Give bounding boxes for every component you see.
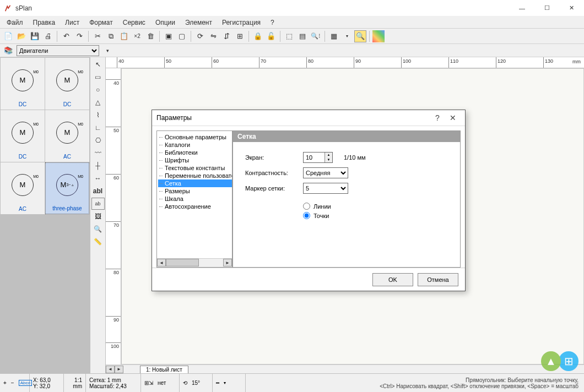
line-dropdown-icon[interactable]: ▾ [224,380,226,385]
menu-edit[interactable]: Правка [29,18,60,28]
rotate-icon[interactable]: ⟳ [194,30,206,42]
ruler-unit: mm [572,59,581,64]
flip-h-icon[interactable]: ⇋ [207,30,219,42]
bezier-tool-icon[interactable]: 〰 [91,147,105,159]
polygon-tool-icon[interactable]: △ [91,96,105,108]
select-rect-icon[interactable]: ⬚ [283,30,295,42]
grid-dropdown-icon[interactable]: ▾ [341,30,353,42]
magnify-icon[interactable]: 🔍 [354,30,366,42]
flip-v-icon[interactable]: ⇵ [220,30,232,42]
component-three-phase[interactable]: M3~ ▵M0 three-phase [45,162,89,214]
dialog-help-icon[interactable]: ? [430,113,445,122]
polyline-tool-icon[interactable]: ⎔ [91,134,105,146]
component-dc-1[interactable]: MM0 DC [1,58,45,110]
cancel-button[interactable]: Отмена [418,273,458,286]
tree-scroll-thumb[interactable] [166,259,199,266]
menu-file[interactable]: Файл [2,18,28,28]
library-icon[interactable]: 📚 [2,45,14,57]
tree-item-scale[interactable]: Шкала [158,195,232,203]
grid-icon[interactable]: ▦ [328,30,340,42]
radio-lines[interactable] [303,203,310,210]
contrast-select[interactable]: Средняя [303,167,348,178]
lock-icon[interactable]: 🔒 [252,30,264,42]
list-icon[interactable]: ▤ [296,30,309,42]
tree-item-general[interactable]: Основные параметры [158,133,232,141]
minimize-button[interactable]: — [510,0,534,17]
unlock-icon[interactable]: 🔓 [265,30,277,42]
tree-item-autosave[interactable]: Автосохранение [158,203,232,210]
paste-icon[interactable]: 📋 [118,30,130,42]
new-icon[interactable]: 📄 [2,30,14,42]
dimension-tool-icon[interactable]: ↔ [91,172,105,184]
dialog-close-icon[interactable]: ✕ [445,113,461,122]
search-icon[interactable]: 🔍⁝ [310,30,322,42]
tree-scroll-right-icon[interactable]: ► [223,259,232,266]
tree-item-fonts[interactable]: Шрифты [158,156,232,164]
group-icon[interactable]: ⊞ [234,30,246,42]
line-style-icon[interactable]: ━ [216,380,219,386]
print-icon[interactable]: 🖨 [42,30,54,42]
ok-button[interactable]: OK [372,273,413,286]
save-icon[interactable]: 💾 [29,30,41,42]
line-tool-icon[interactable]: ∟ [91,122,105,134]
circle-tool-icon[interactable]: ○ [91,84,105,96]
component-label: DC [19,101,26,107]
close-button[interactable]: ✕ [559,0,584,17]
redo-icon[interactable]: ↷ [73,30,85,42]
tree-item-libraries[interactable]: Библиотеки [158,149,232,156]
tree-item-grid[interactable]: Сетка [158,179,232,187]
text-tool-icon[interactable]: abI [91,185,105,197]
image-tool-icon[interactable]: 🖼 [91,210,105,222]
tree-item-textconst[interactable]: Текстовые константы [158,164,232,172]
rect-tool-icon[interactable]: ▭ [91,71,105,83]
menu-element[interactable]: Элемент [181,18,217,28]
menu-options[interactable]: Опции [151,18,180,28]
spinner-up-icon[interactable]: ▲ [325,153,332,157]
component-ac-1[interactable]: MM0 AC [45,110,89,162]
angle-icon[interactable]: ⟲ [183,380,187,386]
color-swatch-icon[interactable] [372,30,385,42]
duplicate-icon[interactable]: ×2 [131,30,143,42]
maximize-button[interactable]: ☐ [534,0,559,17]
menu-service[interactable]: Сервис [118,18,150,28]
menu-format[interactable]: Формат [85,18,117,28]
menu-help[interactable]: ? [266,18,279,28]
scroll-left-icon[interactable]: ◄ [106,366,115,373]
component-dc-2[interactable]: MM0 DC [45,58,89,110]
copy-icon[interactable]: ⧉ [105,30,117,42]
screen-input[interactable]: ▲▼ [303,152,333,163]
tree-scroll-left-icon[interactable]: ◄ [157,259,166,266]
snap-icon[interactable]: ⊞⇲ [144,380,153,386]
options-tree[interactable]: Основные параметры Каталоги Библиотеки Ш… [156,130,232,268]
zoom-in-icon[interactable]: + [3,380,7,386]
front-icon[interactable]: ▣ [163,30,175,42]
textbox-tool-icon[interactable]: ab [91,198,105,210]
component-dc-3[interactable]: MM0 DC [1,110,45,162]
library-dropdown-icon[interactable]: ▾ [101,45,113,57]
menu-registration[interactable]: Регистрация [218,18,265,28]
library-select[interactable]: Двигатели [17,45,99,56]
spline-tool-icon[interactable]: ⌇ [91,109,105,121]
open-icon[interactable]: 📂 [15,30,28,42]
radio-dots[interactable] [303,212,310,219]
tree-item-uservars[interactable]: Переменные пользователя [158,172,232,179]
delete-icon[interactable]: 🗑 [144,30,156,42]
zoom-out-icon[interactable]: − [11,380,14,386]
tree-item-dimensions[interactable]: Размеры [158,187,232,195]
menu-sheet[interactable]: Лист [61,18,84,28]
tree-item-catalogs[interactable]: Каталоги [158,141,232,149]
undo-icon[interactable]: ↶ [60,30,72,42]
pointer-icon[interactable]: ↖ [91,58,105,70]
node-tool-icon[interactable]: ┼ [91,160,105,172]
component-ac-2[interactable]: MM0 AC [1,162,45,214]
measure-tool-icon[interactable]: 📏 [91,236,105,248]
zoom-tool-icon[interactable]: 🔍 [91,223,105,235]
sheet-tab[interactable]: 1: Новый лист [140,366,188,373]
spinner-down-icon[interactable]: ▼ [325,157,332,162]
component-label: AC [19,206,26,212]
cut-icon[interactable]: ✂ [91,30,104,42]
screen-input-field[interactable] [304,153,325,162]
marker-select[interactable]: 5 [303,183,348,194]
scroll-right-icon[interactable]: ► [115,366,123,373]
back-icon[interactable]: ▢ [176,30,188,42]
